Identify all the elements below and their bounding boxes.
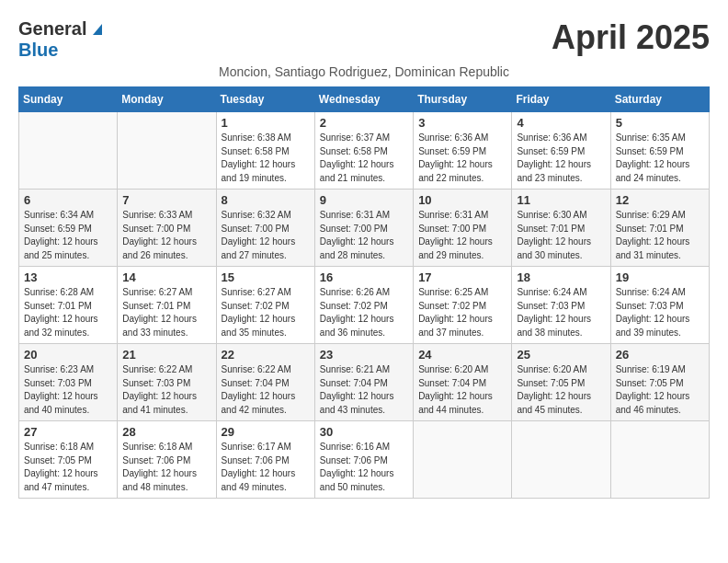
day-number: 3: [418, 116, 506, 130]
location-subtitle: Moncion, Santiago Rodriguez, Dominican R…: [18, 64, 710, 79]
day-number: 24: [418, 348, 506, 362]
day-number: 17: [418, 270, 506, 284]
day-number: 13: [24, 270, 112, 284]
day-number: 23: [320, 348, 408, 362]
day-info: Sunrise: 6:18 AM Sunset: 7:05 PM Dayligh…: [24, 441, 112, 494]
day-info: Sunrise: 6:27 AM Sunset: 7:01 PM Dayligh…: [122, 286, 210, 339]
weekday-monday: Monday: [118, 87, 216, 112]
day-info: Sunrise: 6:31 AM Sunset: 7:00 PM Dayligh…: [320, 209, 408, 262]
day-number: 8: [222, 193, 310, 207]
calendar-cell: 8Sunrise: 6:32 AM Sunset: 7:00 PM Daylig…: [216, 190, 314, 267]
week-row-5: 27Sunrise: 6:18 AM Sunset: 7:05 PM Dayli…: [19, 421, 710, 499]
calendar-cell: 14Sunrise: 6:27 AM Sunset: 7:01 PM Dayli…: [118, 267, 216, 344]
day-info: Sunrise: 6:30 AM Sunset: 7:01 PM Dayligh…: [517, 209, 605, 262]
day-number: 6: [24, 193, 112, 207]
calendar-cell: 4Sunrise: 6:36 AM Sunset: 6:59 PM Daylig…: [512, 112, 610, 190]
calendar-cell: 6Sunrise: 6:34 AM Sunset: 6:59 PM Daylig…: [19, 190, 118, 267]
day-info: Sunrise: 6:16 AM Sunset: 7:06 PM Dayligh…: [320, 441, 408, 494]
day-number: 4: [517, 116, 605, 130]
day-number: 12: [616, 193, 704, 207]
day-number: 15: [222, 270, 310, 284]
calendar-cell: 7Sunrise: 6:33 AM Sunset: 7:00 PM Daylig…: [118, 190, 216, 267]
day-number: 21: [122, 348, 210, 362]
calendar-cell: 3Sunrise: 6:36 AM Sunset: 6:59 PM Daylig…: [414, 112, 512, 190]
page-header: General Blue April 2025: [18, 18, 710, 61]
week-row-2: 6Sunrise: 6:34 AM Sunset: 6:59 PM Daylig…: [19, 190, 710, 267]
calendar-cell: 5Sunrise: 6:35 AM Sunset: 6:59 PM Daylig…: [610, 112, 709, 190]
day-number: 19: [616, 270, 704, 284]
day-number: 30: [320, 425, 408, 439]
weekday-saturday: Saturday: [610, 87, 709, 112]
day-number: 5: [616, 116, 704, 130]
day-info: Sunrise: 6:31 AM Sunset: 7:00 PM Dayligh…: [418, 209, 506, 262]
day-info: Sunrise: 6:38 AM Sunset: 6:58 PM Dayligh…: [222, 132, 310, 185]
day-info: Sunrise: 6:25 AM Sunset: 7:02 PM Dayligh…: [418, 286, 506, 339]
day-info: Sunrise: 6:24 AM Sunset: 7:03 PM Dayligh…: [616, 286, 704, 339]
week-row-4: 20Sunrise: 6:23 AM Sunset: 7:03 PM Dayli…: [19, 344, 710, 421]
calendar-cell: 10Sunrise: 6:31 AM Sunset: 7:00 PM Dayli…: [414, 190, 512, 267]
calendar-cell: 20Sunrise: 6:23 AM Sunset: 7:03 PM Dayli…: [19, 344, 118, 421]
day-info: Sunrise: 6:29 AM Sunset: 7:01 PM Dayligh…: [616, 209, 704, 262]
day-info: Sunrise: 6:22 AM Sunset: 7:03 PM Dayligh…: [122, 363, 210, 417]
logo-triangle-icon: [89, 20, 106, 40]
calendar-cell: 9Sunrise: 6:31 AM Sunset: 7:00 PM Daylig…: [314, 190, 413, 267]
month-title: April 2025: [552, 18, 710, 57]
day-info: Sunrise: 6:36 AM Sunset: 6:59 PM Dayligh…: [418, 132, 506, 185]
day-info: Sunrise: 6:21 AM Sunset: 7:04 PM Dayligh…: [320, 363, 408, 417]
calendar-cell: 13Sunrise: 6:28 AM Sunset: 7:01 PM Dayli…: [19, 267, 118, 344]
calendar-cell: [512, 421, 610, 499]
day-info: Sunrise: 6:36 AM Sunset: 6:59 PM Dayligh…: [517, 132, 605, 185]
weekday-friday: Friday: [512, 87, 610, 112]
calendar-cell: 28Sunrise: 6:18 AM Sunset: 7:06 PM Dayli…: [118, 421, 216, 499]
weekday-sunday: Sunday: [19, 87, 118, 112]
day-info: Sunrise: 6:17 AM Sunset: 7:06 PM Dayligh…: [222, 441, 310, 494]
day-number: 29: [222, 425, 310, 439]
day-number: 25: [517, 348, 605, 362]
day-number: 7: [122, 193, 210, 207]
day-number: 2: [320, 116, 408, 130]
calendar-cell: [610, 421, 709, 499]
day-number: 26: [616, 348, 704, 362]
day-number: 11: [517, 193, 605, 207]
weekday-header-row: SundayMondayTuesdayWednesdayThursdayFrid…: [19, 87, 710, 112]
day-info: Sunrise: 6:24 AM Sunset: 7:03 PM Dayligh…: [517, 286, 605, 339]
day-info: Sunrise: 6:18 AM Sunset: 7:06 PM Dayligh…: [122, 441, 210, 494]
calendar-cell: 26Sunrise: 6:19 AM Sunset: 7:05 PM Dayli…: [610, 344, 709, 421]
calendar-cell: [414, 421, 512, 499]
weekday-thursday: Thursday: [414, 87, 512, 112]
weekday-tuesday: Tuesday: [216, 87, 314, 112]
day-number: 10: [418, 193, 506, 207]
day-info: Sunrise: 6:20 AM Sunset: 7:04 PM Dayligh…: [418, 363, 506, 417]
day-number: 16: [320, 270, 408, 284]
calendar-cell: 12Sunrise: 6:29 AM Sunset: 7:01 PM Dayli…: [610, 190, 709, 267]
day-info: Sunrise: 6:35 AM Sunset: 6:59 PM Dayligh…: [616, 132, 704, 185]
day-info: Sunrise: 6:23 AM Sunset: 7:03 PM Dayligh…: [24, 363, 112, 417]
calendar-cell: 16Sunrise: 6:26 AM Sunset: 7:02 PM Dayli…: [314, 267, 413, 344]
calendar-cell: 18Sunrise: 6:24 AM Sunset: 7:03 PM Dayli…: [512, 267, 610, 344]
day-info: Sunrise: 6:33 AM Sunset: 7:00 PM Dayligh…: [122, 209, 210, 262]
calendar-cell: 19Sunrise: 6:24 AM Sunset: 7:03 PM Dayli…: [610, 267, 709, 344]
day-info: Sunrise: 6:26 AM Sunset: 7:02 PM Dayligh…: [320, 286, 408, 339]
weekday-wednesday: Wednesday: [314, 87, 413, 112]
calendar-cell: 1Sunrise: 6:38 AM Sunset: 6:58 PM Daylig…: [216, 112, 314, 190]
calendar-cell: 27Sunrise: 6:18 AM Sunset: 7:05 PM Dayli…: [19, 421, 118, 499]
day-info: Sunrise: 6:22 AM Sunset: 7:04 PM Dayligh…: [222, 363, 310, 417]
day-number: 22: [222, 348, 310, 362]
day-info: Sunrise: 6:32 AM Sunset: 7:00 PM Dayligh…: [222, 209, 310, 262]
calendar-cell: [19, 112, 118, 190]
calendar-cell: 24Sunrise: 6:20 AM Sunset: 7:04 PM Dayli…: [414, 344, 512, 421]
calendar-cell: 30Sunrise: 6:16 AM Sunset: 7:06 PM Dayli…: [314, 421, 413, 499]
calendar-cell: 29Sunrise: 6:17 AM Sunset: 7:06 PM Dayli…: [216, 421, 314, 499]
day-number: 14: [122, 270, 210, 284]
day-info: Sunrise: 6:37 AM Sunset: 6:58 PM Dayligh…: [320, 132, 408, 185]
logo: General Blue: [18, 18, 106, 61]
calendar-cell: [118, 112, 216, 190]
day-number: 9: [320, 193, 408, 207]
calendar-cell: 2Sunrise: 6:37 AM Sunset: 6:58 PM Daylig…: [314, 112, 413, 190]
calendar-cell: 23Sunrise: 6:21 AM Sunset: 7:04 PM Dayli…: [314, 344, 413, 421]
day-number: 27: [24, 425, 112, 439]
calendar-table: SundayMondayTuesdayWednesdayThursdayFrid…: [18, 86, 710, 499]
logo-general-text: General: [18, 18, 86, 40]
calendar-cell: 25Sunrise: 6:20 AM Sunset: 7:05 PM Dayli…: [512, 344, 610, 421]
day-info: Sunrise: 6:27 AM Sunset: 7:02 PM Dayligh…: [222, 286, 310, 339]
